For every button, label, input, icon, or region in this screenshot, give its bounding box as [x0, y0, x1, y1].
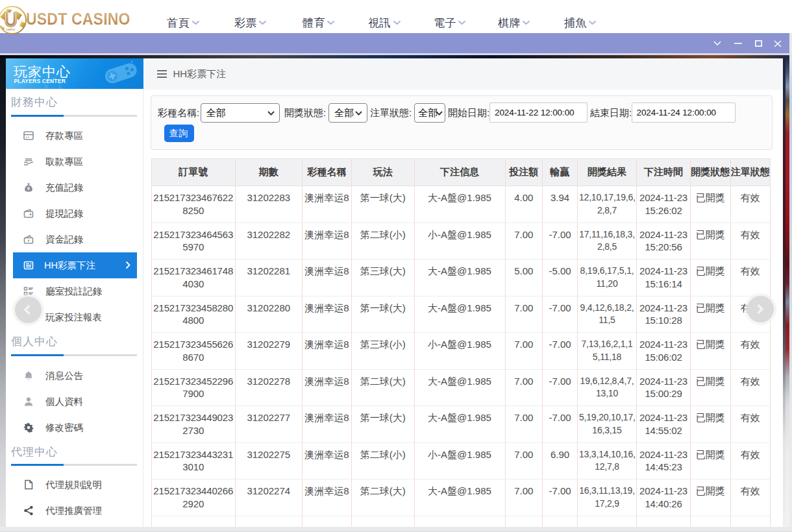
svg-text:casino: casino	[6, 28, 16, 31]
